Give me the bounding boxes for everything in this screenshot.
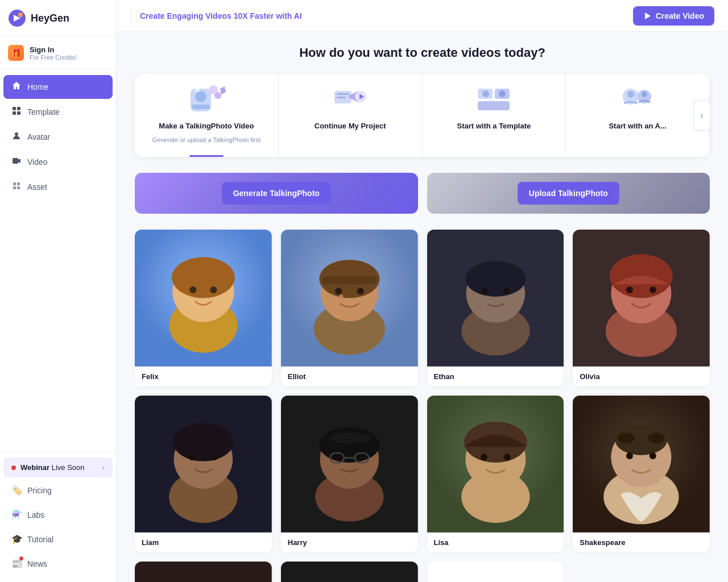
webinar-banner[interactable]: Webinar Live Soon › — [3, 458, 113, 477]
avatar-card-liam[interactable]: Liam — [135, 396, 272, 552]
svg-point-32 — [189, 286, 196, 293]
svg-rect-90 — [281, 562, 418, 582]
pricing-icon: 🏷️ — [11, 485, 22, 496]
gift-icon: 🎁 — [8, 45, 24, 61]
labs-icon: ⚗️ — [11, 509, 22, 520]
sidebar-item-tutorial[interactable]: 🎓 Tutorial — [3, 527, 113, 551]
sidebar-item-avatar[interactable]: Avatar — [3, 125, 113, 149]
avatar-grid: Felix — [135, 230, 710, 582]
content-area: How do you want to create videos today? — [117, 32, 728, 582]
svg-point-23 — [499, 90, 506, 97]
sidebar-item-asset[interactable]: Asset — [3, 175, 113, 199]
option-cards-row: Make a TalkingPhoto Video Generate or up… — [135, 74, 710, 157]
sidebar-item-video[interactable]: Video — [3, 150, 113, 174]
action-buttons-row: Generate TalkingPhoto Upload TalkingPhot… — [135, 173, 710, 214]
avatar-image-felix — [135, 230, 272, 367]
sidebar-label-tutorial: Tutorial — [27, 535, 53, 544]
logo[interactable]: HeyGen — [0, 0, 116, 37]
sidebar-item-news[interactable]: 📰 News — [3, 552, 113, 575]
sign-in-section[interactable]: 🎁 Sign In For Free Credits! — [0, 37, 116, 69]
asset-icon — [11, 181, 22, 193]
avatar-card-lisa[interactable]: Lisa — [427, 396, 564, 552]
avatar-image-nata — [135, 562, 272, 582]
upload-talking-photo-button[interactable]: Upload TalkingPhoto — [518, 182, 619, 205]
template-illustration — [473, 84, 514, 116]
sign-in-title: Sign In — [30, 45, 77, 54]
avatar-card-nata[interactable]: Nata — [135, 562, 272, 582]
news-badge-dot — [19, 556, 23, 560]
svg-point-64 — [329, 433, 370, 443]
svg-point-33 — [210, 286, 217, 293]
heygen-logo-icon — [8, 9, 26, 27]
header-divider — [130, 9, 131, 23]
template-label: Start with a Template — [457, 122, 531, 130]
generate-talking-photo-card[interactable]: Generate TalkingPhoto — [135, 173, 418, 214]
svg-rect-3 — [17, 107, 20, 110]
sidebar-label-news: News — [27, 559, 47, 568]
avatar-image-leonardo — [281, 562, 418, 582]
upload-talking-photo-card[interactable]: Upload TalkingPhoto — [427, 173, 710, 214]
svg-point-27 — [642, 92, 647, 97]
tagline-highlight: Create Engaging Videos 10X Faster with A… — [140, 11, 302, 20]
svg-point-81 — [648, 433, 665, 443]
webinar-badge: Live Soon — [52, 463, 85, 472]
sidebar-bottom: Webinar Live Soon › 🏷️ Pricing ⚗️ Labs 🎓… — [0, 451, 116, 582]
option-card-avatar[interactable]: Start with an A... — [566, 74, 710, 157]
avatar-card-felix[interactable]: Felix — [135, 230, 272, 386]
svg-point-53 — [650, 286, 656, 293]
svg-point-45 — [465, 261, 526, 297]
talking-photo-sub: Generate or upload a TalkingPhoto first — [152, 136, 261, 144]
avatar-card-ethan[interactable]: Ethan — [427, 230, 564, 386]
avatar-card-harry[interactable]: Harry — [281, 396, 418, 552]
collapse-card[interactable]: Collapse ∧ — [427, 562, 564, 582]
create-video-label: Create Video — [656, 11, 704, 20]
option-card-talking-photo[interactable]: Make a TalkingPhoto Video Generate or up… — [135, 74, 279, 157]
create-video-icon — [643, 11, 652, 20]
avatar-card-leonardo[interactable]: Leonardo — [281, 562, 418, 582]
svg-point-57 — [173, 423, 233, 461]
svg-rect-2 — [13, 107, 16, 110]
svg-point-9 — [195, 91, 206, 102]
talking-photo-illustration — [186, 84, 227, 116]
option-cards-next-button[interactable]: › — [693, 101, 710, 130]
sidebar-item-labs[interactable]: ⚗️ Labs — [3, 503, 113, 526]
sidebar-item-home[interactable]: Home — [3, 75, 113, 99]
svg-point-75 — [503, 454, 510, 460]
sidebar-label-labs: Labs — [27, 510, 44, 519]
svg-point-74 — [480, 454, 487, 460]
avatar-image-lisa — [427, 396, 564, 533]
generate-talking-photo-button[interactable]: Generate TalkingPhoto — [222, 182, 331, 205]
avatar-card-elliot[interactable]: Elliot — [281, 230, 418, 386]
avatar-name-elliot: Elliot — [281, 367, 418, 386]
sidebar-label-asset: Asset — [27, 182, 47, 192]
svg-point-1 — [18, 13, 23, 17]
option-card-continue-project[interactable]: Continue My Project — [279, 74, 423, 157]
avatar-card-shakespeare[interactable]: Shakespeare — [573, 396, 710, 552]
svg-point-13 — [195, 88, 200, 92]
sidebar-label-home: Home — [27, 82, 48, 92]
svg-point-52 — [626, 286, 633, 293]
avatar-name-felix: Felix — [135, 367, 272, 386]
avatar-image-liam — [135, 396, 272, 533]
sidebar: HeyGen 🎁 Sign In For Free Credits! Home — [0, 0, 117, 582]
sidebar-label-pricing: Pricing — [27, 486, 52, 495]
avatar-image-shakespeare — [573, 396, 710, 533]
sidebar-nav: Home Template Avatar Video — [0, 69, 116, 451]
avatar-option-label: Start with an A... — [609, 122, 666, 130]
svg-point-69 — [359, 455, 365, 461]
create-video-button[interactable]: Create Video — [633, 6, 714, 26]
svg-point-80 — [618, 433, 635, 443]
svg-point-22 — [482, 90, 489, 97]
webinar-text: Webinar Live Soon — [20, 463, 98, 472]
option-card-template[interactable]: Start with a Template — [423, 74, 566, 157]
avatar-image-ethan — [427, 230, 564, 367]
avatar-card-olivia[interactable]: Olivia — [573, 230, 710, 386]
svg-point-83 — [650, 452, 656, 459]
svg-point-25 — [627, 91, 634, 98]
sidebar-item-pricing[interactable]: 🏷️ Pricing — [3, 479, 113, 502]
webinar-live-dot — [11, 465, 16, 470]
sidebar-item-template[interactable]: Template — [3, 100, 113, 124]
avatar-name-shakespeare: Shakespeare — [573, 533, 710, 552]
svg-point-47 — [503, 288, 510, 295]
svg-point-68 — [335, 455, 341, 461]
